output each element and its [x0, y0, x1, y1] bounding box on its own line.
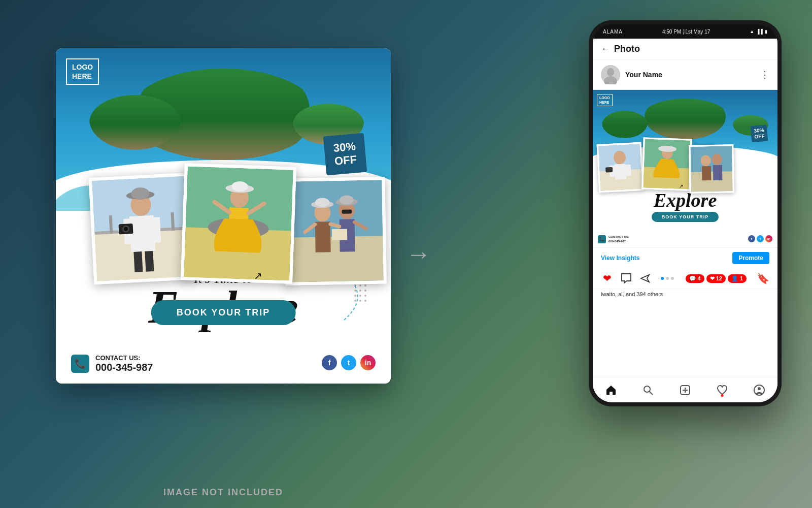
svg-rect-8: [152, 217, 161, 243]
phone-mockup: ALAMA 4:50 PM | 1st May 17 ▲ ▐▐ ▮ ← Phot…: [589, 20, 782, 406]
svg-rect-6: [129, 215, 156, 252]
phone-icon: 📞: [71, 355, 89, 373]
logo-area: LOGO HERE: [66, 58, 99, 85]
mini-frame-1: [597, 142, 644, 193]
dot-3: [671, 277, 674, 280]
comment-button[interactable]: [620, 272, 632, 284]
mini-instagram-icon: in: [765, 235, 772, 242]
like-badge: ❤ 12: [706, 274, 726, 283]
bottom-nav: [593, 377, 777, 402]
svg-rect-55: [691, 171, 733, 192]
mini-logo: LOGO HERE: [597, 94, 613, 106]
instagram-icon: in: [360, 355, 376, 370]
pagination-dots: [661, 277, 674, 280]
status-icons: ▲ ▐▐ ▮: [750, 29, 767, 34]
mini-island-left: [602, 108, 648, 138]
book-trip-button[interactable]: BOOK YOUR TRIP: [151, 300, 296, 325]
photo-frame-3: [283, 177, 387, 285]
app-header: ← Photo: [593, 39, 777, 60]
dashed-curve-decoration: [339, 282, 369, 323]
mini-frame-3: [689, 144, 734, 194]
more-options-button[interactable]: ⋮: [760, 69, 769, 80]
mini-facebook-icon: f: [748, 235, 755, 242]
home-nav-button[interactable]: [605, 385, 617, 396]
insights-bar: View Insights Promote: [593, 247, 777, 268]
svg-rect-28: [315, 221, 331, 252]
svg-rect-15: [145, 251, 154, 272]
svg-rect-46: [615, 164, 627, 179]
discount-badge: 30% OFF: [323, 133, 367, 175]
share-button[interactable]: [639, 272, 652, 284]
svg-rect-33: [342, 209, 352, 213]
notification-badges: 💬 4 ❤ 12 👤 1: [686, 274, 747, 283]
view-insights-button[interactable]: View Insights: [601, 255, 639, 262]
image-not-included-label: IMAGE NOT INCLUDED: [56, 487, 391, 498]
like-button[interactable]: ❤: [601, 272, 613, 284]
svg-line-61: [650, 391, 653, 395]
promote-button[interactable]: Promote: [732, 252, 769, 264]
user-row: Your Name ⋮: [593, 60, 777, 90]
mini-cursor: ↗: [679, 183, 683, 189]
mini-frames: [598, 136, 772, 197]
logo-line1: LOGO: [72, 63, 93, 71]
svg-rect-14: [133, 251, 143, 272]
photo-frame-1: [89, 173, 196, 284]
wifi-icon: ▲: [750, 29, 754, 34]
save-button[interactable]: 🔖: [757, 272, 769, 284]
comment-badge: 💬 4: [686, 274, 704, 283]
mini-discount-badge: 30% OFF: [751, 125, 768, 143]
contact-number: 000-345-987: [95, 362, 153, 373]
svg-point-66: [758, 387, 761, 390]
photo-frame-2: [181, 163, 296, 284]
user-avatar: [601, 65, 620, 84]
mini-social-icons: f t in: [748, 235, 772, 242]
phone-inner: ALAMA 4:50 PM | 1st May 17 ▲ ▐▐ ▮ ← Phot…: [593, 24, 777, 402]
social-post-card: LOGO HERE 30% OFF: [56, 48, 391, 384]
svg-rect-57: [702, 166, 711, 180]
people-badge: 👤 1: [728, 274, 747, 283]
header-title: Photo: [614, 44, 769, 54]
likes-text: lwaito, al. and 394 others: [593, 289, 777, 299]
svg-line-38: [330, 224, 340, 227]
heart-dot: [721, 394, 723, 397]
arrow-between: →: [406, 239, 431, 269]
carrier-name: ALAMA: [603, 29, 623, 35]
add-nav-button[interactable]: [680, 385, 691, 396]
svg-rect-49: [605, 167, 613, 173]
mini-phone-icon: 📞: [598, 235, 606, 243]
front-camera: [683, 29, 687, 34]
mini-island-main: [645, 94, 726, 140]
facebook-icon: f: [322, 355, 337, 370]
dot-1: [661, 277, 664, 280]
mini-book-button[interactable]: BOOK YOUR TRIP: [652, 212, 719, 222]
svg-rect-48: [625, 165, 631, 176]
contact-info: 📞 CONTACT US: 000-345-987: [71, 354, 153, 373]
social-icons: f t in: [322, 355, 376, 370]
mini-contact-text: CONTACT US: 000-345-987: [608, 235, 629, 243]
search-nav-button[interactable]: [642, 385, 654, 396]
likes-nav-button[interactable]: [717, 385, 728, 396]
photo-frames: [71, 160, 376, 302]
svg-rect-59: [713, 165, 723, 180]
twitter-icon: t: [341, 355, 356, 370]
mini-twitter-icon: t: [757, 235, 764, 242]
svg-point-60: [644, 386, 650, 392]
signal-icon: ▐▐: [756, 29, 763, 34]
back-button[interactable]: ←: [601, 44, 610, 54]
mini-post: LOGO HERE 30% OFF: [593, 90, 777, 247]
svg-rect-26: [287, 236, 384, 282]
mini-contact: 📞 CONTACT US: 000-345-987: [598, 235, 629, 243]
profile-nav-button[interactable]: [754, 385, 765, 396]
dot-2: [666, 277, 669, 280]
user-name: Your Name: [625, 71, 755, 79]
mini-frame-2: [641, 137, 692, 190]
logo-line2: HERE: [72, 72, 92, 80]
cursor-decoration: ↗: [254, 270, 262, 282]
contact-label: CONTACT US:: [95, 354, 153, 362]
action-bar: ❤ 💬 4 ❤ 12: [593, 268, 777, 289]
svg-point-41: [607, 68, 614, 76]
svg-rect-36: [332, 229, 347, 241]
phone-screen: ← Photo Your Name ⋮: [593, 39, 777, 402]
battery-icon: ▮: [765, 29, 767, 34]
